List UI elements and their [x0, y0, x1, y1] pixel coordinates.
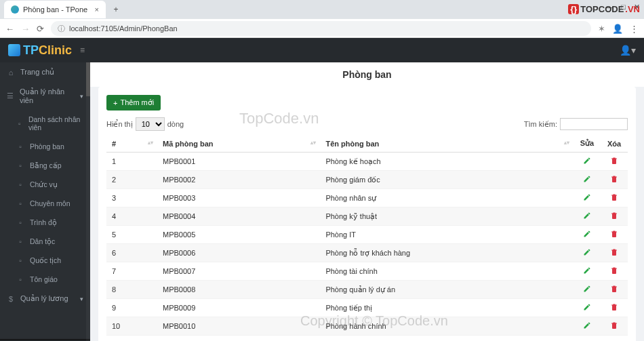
reload-icon[interactable]: ⟳	[37, 24, 44, 34]
edit-icon[interactable]	[579, 157, 595, 166]
cell-code: MPB0009	[157, 299, 320, 317]
profile-icon[interactable]: 👤	[612, 24, 623, 34]
sidebar-item-label: Dân tộc	[30, 237, 55, 245]
browser-menu-icon[interactable]: ⋮	[630, 24, 639, 34]
sidebar-item-label: Tôn giáo	[30, 275, 58, 283]
cell-code: MPB0007	[157, 262, 320, 281]
cell-name: Phòng hành chính	[320, 317, 573, 336]
cell-index: 2	[106, 171, 157, 189]
table-row: 7MPB0007Phòng tài chính	[106, 262, 628, 281]
delete-icon[interactable]	[606, 175, 622, 184]
user-menu-icon[interactable]: 👤▾	[620, 45, 636, 56]
edit-icon[interactable]	[579, 230, 595, 239]
sidebar-item-label: Quốc tịch	[30, 256, 61, 264]
col-edit: Sửa	[573, 135, 601, 153]
tab-title: Phòng ban - TPone	[23, 5, 87, 14]
sidebar-item-9[interactable]: ▫Quốc tịch	[0, 251, 90, 270]
cell-name: Phòng giám đốc	[320, 171, 573, 189]
site-info-icon[interactable]: ⓘ	[58, 24, 65, 34]
sort-icon: ▴▾	[148, 140, 153, 146]
sidebar: ⌂Trang chủ☰Quản lý nhân viên▾▫Danh sách …	[0, 62, 90, 341]
search-label: Tìm kiếm:	[524, 120, 557, 129]
sidebar-item-label: Quản lý nhân viên	[20, 87, 75, 104]
chevron-down-icon: ▾	[80, 296, 83, 302]
browser-chrome: Phòng ban - TPone × + — □ ✕ ← → ⟳ ⓘ loca…	[0, 0, 644, 38]
table-row: 1MPB0001Phòng kế hoạch	[106, 153, 628, 171]
cell-name: Phòng quản lý dự án	[320, 281, 573, 299]
cell-index: 4	[106, 207, 157, 226]
chevron-down-icon: ▾	[80, 93, 83, 100]
forward-icon[interactable]: →	[21, 24, 30, 34]
app-logo[interactable]: TPClinic ≡	[8, 43, 85, 58]
sidebar-item-7[interactable]: ▫Trình độ	[0, 213, 90, 232]
sidebar-item-6[interactable]: ▫Chuyên môn	[0, 194, 90, 213]
sidebar-item-10[interactable]: ▫Tôn giáo	[0, 270, 90, 289]
sidebar-item-5[interactable]: ▫Chức vụ	[0, 175, 90, 194]
address-bar[interactable]: ⓘ localhost:7105/Admin/PhongBan	[51, 21, 591, 36]
col-index[interactable]: #▴▾	[106, 135, 157, 153]
cell-index: 6	[106, 244, 157, 262]
edit-icon[interactable]	[579, 193, 595, 203]
sidebar-item-0[interactable]: ⌂Trang chủ	[0, 62, 90, 82]
sidebar-item-8[interactable]: ▫Dân tộc	[0, 232, 90, 251]
cell-index: 1	[106, 153, 157, 171]
table-row: 10MPB0010Phòng hành chính	[106, 317, 628, 336]
data-table: #▴▾ Mã phòng ban▴▾ Tên phòng ban▴▾ Sửa X…	[106, 135, 628, 336]
sidebar-item-11[interactable]: $Quản lý lương▾	[0, 289, 90, 308]
edit-icon[interactable]	[579, 303, 595, 313]
edit-icon[interactable]	[579, 321, 595, 331]
edit-icon[interactable]	[579, 248, 595, 258]
menu-icon: ☰	[7, 92, 14, 100]
table-row: 4MPB0004Phòng kỹ thuật	[106, 207, 628, 226]
bullet-icon: ▫	[16, 218, 24, 226]
edit-icon[interactable]	[579, 212, 595, 221]
sidebar-item-4[interactable]: ▫Bằng cấp	[0, 156, 90, 175]
logo-icon	[8, 44, 20, 56]
sidebar-item-2[interactable]: ▫Danh sách nhân viên	[0, 110, 90, 137]
bullet-icon: ▫	[16, 275, 24, 283]
favicon-icon	[11, 5, 19, 14]
cell-index: 8	[106, 281, 157, 299]
delete-icon[interactable]	[606, 303, 622, 313]
search-input[interactable]	[560, 118, 628, 130]
main-content: TopCode.vn Phòng ban + Thêm mới Hiển thị…	[90, 62, 644, 341]
cell-name: Phòng tiếp thị	[320, 299, 573, 317]
cell-name: Phòng IT	[320, 226, 573, 244]
edit-icon[interactable]	[579, 175, 595, 184]
delete-icon[interactable]	[606, 193, 622, 203]
table-row: 6MPB0006Phòng hỗ trợ khách hàng	[106, 244, 628, 262]
cell-name: Phòng tài chính	[320, 262, 573, 281]
delete-icon[interactable]	[606, 321, 622, 331]
edit-icon[interactable]	[579, 266, 595, 276]
table-row: 3MPB0003Phòng nhân sự	[106, 189, 628, 207]
new-tab-button[interactable]: +	[110, 5, 122, 14]
table-row: 8MPB0008Phòng quản lý dự án	[106, 281, 628, 299]
add-new-button[interactable]: + Thêm mới	[106, 95, 161, 111]
browser-tab[interactable]: Phòng ban - TPone ×	[4, 1, 106, 18]
sidebar-item-label: Trang chủ	[20, 68, 54, 77]
delete-icon[interactable]	[606, 266, 622, 276]
col-name[interactable]: Tên phòng ban▴▾	[320, 135, 573, 153]
page-length-select[interactable]: Hiển thị 10 dòng	[106, 117, 184, 131]
table-row: 9MPB0009Phòng tiếp thị	[106, 299, 628, 317]
back-icon[interactable]: ←	[5, 24, 14, 34]
delete-icon[interactable]	[606, 212, 622, 221]
col-code[interactable]: Mã phòng ban▴▾	[157, 135, 320, 153]
sidebar-item-label: Chức vụ	[30, 180, 58, 188]
cell-index: 9	[106, 299, 157, 317]
delete-icon[interactable]	[606, 230, 622, 239]
menu-icon: $	[7, 295, 15, 303]
close-tab-icon[interactable]: ×	[95, 5, 99, 14]
sidebar-item-3[interactable]: ▫Phòng ban	[0, 137, 90, 156]
menu-icon: ⌂	[7, 68, 15, 77]
sidebar-toggle-icon[interactable]: ≡	[80, 45, 85, 55]
edit-icon[interactable]	[579, 285, 595, 294]
sidebar-item-1[interactable]: ☰Quản lý nhân viên▾	[0, 82, 90, 110]
sidebar-item-label: Phòng ban	[30, 142, 64, 151]
delete-icon[interactable]	[606, 285, 622, 294]
table-row: 2MPB0002Phòng giám đốc	[106, 171, 628, 189]
delete-icon[interactable]	[606, 248, 622, 258]
bullet-icon: ▫	[16, 161, 24, 169]
extensions-icon[interactable]: ✶	[598, 24, 605, 34]
delete-icon[interactable]	[606, 157, 622, 166]
